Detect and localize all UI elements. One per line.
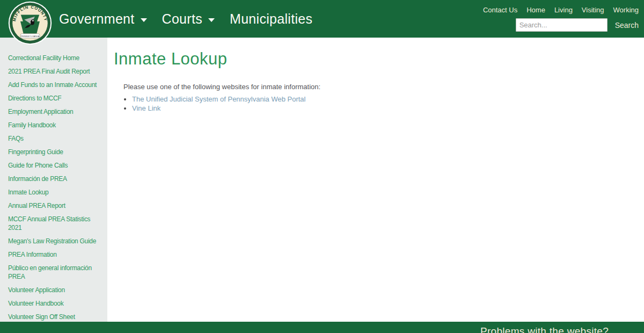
nav-item-government[interactable]: Government: [59, 11, 147, 27]
utility-link-visiting[interactable]: Visiting: [582, 6, 604, 14]
sidebar-item-megans-law-registration-guide[interactable]: Megan's Law Registration Guide: [0, 234, 107, 248]
nav-item-courts[interactable]: Courts: [162, 11, 215, 27]
sidebar-item-annual-prea-report[interactable]: Annual PREA Report: [0, 199, 107, 212]
utility-link-living[interactable]: Living: [554, 6, 573, 14]
intro-text: Please use one of the following websites…: [123, 83, 623, 91]
sidebar-item-employment-application[interactable]: Employment Application: [0, 105, 107, 118]
seal-banner-text: PENNSYLVANIA: [21, 35, 40, 38]
sidebar-item-faqs[interactable]: FAQs: [0, 132, 107, 145]
sidebar-item-inmate-lookup[interactable]: Inmate Lookup: [0, 185, 107, 199]
sidebar-item-fingerprinting-guide[interactable]: Fingerprinting Guide: [0, 145, 107, 158]
inmate-info-link-list: The Unified Judicial System of Pennsylva…: [117, 95, 623, 113]
sidebar-item-family-handbook[interactable]: Family Handbook: [0, 118, 107, 132]
chevron-down-icon: [208, 18, 215, 22]
search-bar: Search: [516, 18, 639, 32]
utility-link-working[interactable]: Working: [613, 6, 639, 14]
sidebar: Correctional Facility Home 2021 PREA Fin…: [0, 38, 107, 322]
nav-item-municipalities[interactable]: Municipalities: [230, 11, 312, 27]
sidebar-item-prea-information[interactable]: PREA Information: [0, 248, 107, 261]
sidebar-item-add-funds-inmate-account[interactable]: Add Funds to an Inmate Account: [0, 78, 107, 91]
site-footer: Problems with the website?: [0, 322, 644, 333]
sidebar-item-correctional-facility-home[interactable]: Correctional Facility Home: [0, 51, 107, 64]
main-nav: Government Courts Municipalities: [59, 0, 312, 38]
list-item: Vine Link: [132, 104, 623, 113]
site-header: MIFFLIN COUNTY PENNSYLVANIA Government C…: [0, 0, 644, 38]
page-title: Inmate Lookup: [114, 49, 623, 69]
sidebar-item-volunteer-handbook[interactable]: Volunteer Handbook: [0, 296, 107, 310]
search-input[interactable]: [516, 18, 608, 32]
nav-label: Municipalities: [230, 11, 312, 27]
sidebar-item-guide-for-phone-calls[interactable]: Guide for Phone Calls: [0, 158, 107, 172]
keystone-shape: [20, 15, 40, 33]
sidebar-item-informacion-de-prea[interactable]: Información de PREA: [0, 172, 107, 185]
nav-label: Courts: [162, 11, 202, 27]
search-button[interactable]: Search: [615, 21, 639, 30]
main-content: Inmate Lookup Please use one of the foll…: [107, 38, 644, 322]
goose-cheek: [32, 20, 34, 21]
county-seal-logo[interactable]: MIFFLIN COUNTY PENNSYLVANIA: [8, 1, 52, 45]
nav-label: Government: [59, 11, 135, 27]
sidebar-item-mccf-annual-prea-statistics-2021[interactable]: MCCF Annual PREA Statistics 2021: [0, 212, 107, 234]
link-vine-link[interactable]: Vine Link: [132, 104, 160, 112]
utility-links: Contact Us Home Living Visiting Working: [483, 6, 639, 14]
footer-problems-link[interactable]: Problems with the website?: [480, 325, 609, 333]
sidebar-menu: Correctional Facility Home 2021 PREA Fin…: [0, 38, 107, 329]
utility-link-home[interactable]: Home: [526, 6, 545, 14]
sidebar-item-volunteer-application[interactable]: Volunteer Application: [0, 283, 107, 296]
page-body: Correctional Facility Home 2021 PREA Fin…: [0, 38, 644, 322]
chevron-down-icon: [141, 18, 147, 22]
sidebar-item-directions-to-mccf[interactable]: Directions to MCCF: [0, 91, 107, 105]
list-item: The Unified Judicial System of Pennsylva…: [132, 95, 623, 104]
sidebar-item-publico-en-general-informacion-prea[interactable]: Público en general información PREA: [0, 261, 107, 283]
sidebar-item-2021-prea-final-audit-report[interactable]: 2021 PREA Final Audit Report: [0, 64, 107, 78]
utility-link-contact-us[interactable]: Contact Us: [483, 6, 517, 14]
link-unified-judicial-system[interactable]: The Unified Judicial System of Pennsylva…: [132, 95, 305, 103]
header-utility-area: Contact Us Home Living Visiting Working …: [483, 6, 639, 32]
